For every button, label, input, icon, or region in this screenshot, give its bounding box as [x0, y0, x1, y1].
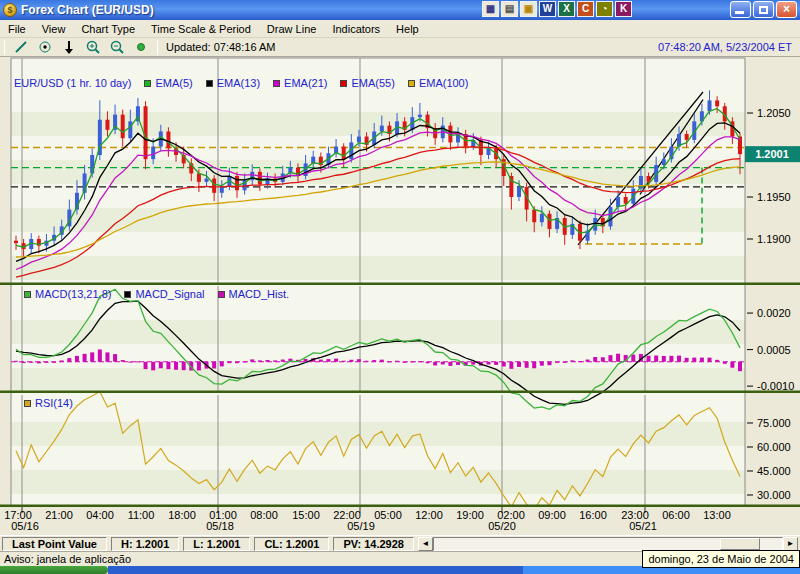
x-axis-date-label: 05/20	[488, 520, 516, 532]
legend-item: RSI(14)	[24, 397, 73, 409]
legend-label: EMA(55)	[351, 77, 394, 89]
svg-text:1.1900: 1.1900	[757, 233, 791, 245]
legend-swatch	[408, 80, 415, 87]
x-axis: 17:0021:0004:0011:0018:0001:0008:0015:00…	[0, 507, 800, 535]
new-document-icon[interactable]: ▤	[501, 1, 518, 17]
legend-swatch	[273, 80, 280, 87]
powerpoint-icon[interactable]: C	[577, 1, 594, 17]
down-arrow-icon[interactable]	[57, 39, 81, 56]
status-panel: CL: 1.2001	[254, 537, 329, 551]
legend-label: MACD_Signal	[135, 288, 204, 300]
legend-label: RSI(14)	[35, 397, 73, 409]
menu-item-help[interactable]: Help	[388, 20, 427, 38]
x-axis-time-label: 21:00	[45, 509, 73, 521]
menu-bar: FileViewChart TypeTime Scale & PeriodDra…	[0, 20, 800, 38]
minimize-icon	[735, 11, 744, 14]
legend-item: EMA(55)	[340, 77, 394, 89]
legend-label: MACD(13,21,8)	[35, 288, 111, 300]
legend-swatch	[24, 291, 31, 298]
x-axis-time-label: 13:00	[703, 509, 731, 521]
svg-text:1.2001: 1.2001	[755, 148, 789, 160]
x-axis-time-label: 08:00	[250, 509, 278, 521]
date-tooltip: domingo, 23 de Maio de 2004	[642, 550, 800, 568]
status-panel: L: 1.2001	[183, 537, 250, 551]
clock-icon[interactable]: ◔	[596, 1, 613, 17]
legend-item: EUR/USD (1 hr. 10 day)	[14, 77, 131, 89]
legend-swatch	[218, 291, 225, 298]
green-dot-icon[interactable]	[129, 39, 153, 56]
updated-timestamp: Updated: 07:48:16 AM	[166, 41, 275, 53]
svg-text:1.1950: 1.1950	[757, 191, 791, 203]
word-icon[interactable]: W	[539, 1, 556, 17]
status-bar: Last Point ValueH: 1.2001L: 1.2001CL: 1.…	[0, 535, 800, 551]
menu-item-draw-line[interactable]: Draw Line	[259, 20, 325, 38]
point-marker-icon[interactable]	[33, 39, 57, 56]
x-axis-time-label: 19:00	[456, 509, 484, 521]
window-title: Forex Chart (EUR/USD)	[21, 3, 154, 17]
toolbar-separator	[4, 40, 5, 55]
key-icon[interactable]: K	[615, 1, 632, 17]
svg-text:0.0005: 0.0005	[757, 344, 791, 356]
svg-text:60.000: 60.000	[757, 441, 791, 453]
excel-icon[interactable]: X	[558, 1, 575, 17]
legend-item: EMA(13)	[206, 77, 260, 89]
zoom-out-icon[interactable]	[105, 39, 129, 56]
menu-item-chart-type[interactable]: Chart Type	[73, 20, 143, 38]
x-axis-time-label: 06:00	[662, 509, 690, 521]
svg-text:-0.0010: -0.0010	[757, 380, 794, 392]
minimize-button[interactable]	[730, 1, 751, 18]
legend-item: EMA(100)	[408, 77, 469, 89]
x-axis-date-label: 05/16	[11, 520, 39, 532]
menu-item-view[interactable]: View	[34, 20, 74, 38]
close-button[interactable]: ×	[776, 1, 797, 18]
start-button[interactable]	[0, 566, 108, 574]
scroll-left-icon[interactable]: ◄	[418, 537, 433, 551]
legend-label: EMA(5)	[155, 77, 192, 89]
rsi-legend: RSI(14)	[24, 397, 73, 409]
scrollbar-thumb[interactable]	[720, 538, 760, 550]
menu-item-time-scale-period[interactable]: Time Scale & Period	[143, 20, 259, 38]
legend-item: EMA(21)	[273, 77, 327, 89]
office-grid-icon[interactable]: ▦	[482, 1, 499, 17]
macd-legend: MACD(13,21,8)MACD_SignalMACD_Hist.	[24, 288, 289, 300]
x-axis-time-label: 05:00	[374, 509, 402, 521]
status-panels: Last Point ValueH: 1.2001L: 1.2001CL: 1.…	[2, 537, 414, 551]
legend-item: MACD_Signal	[124, 288, 204, 300]
open-folder-icon[interactable]: ▣	[520, 1, 537, 17]
restore-button[interactable]	[753, 1, 774, 18]
legend-swatch	[124, 291, 131, 298]
x-axis-time-label: 15:00	[292, 509, 320, 521]
x-axis-time-label: 12:00	[415, 509, 443, 521]
scroll-right-icon[interactable]: ►	[783, 537, 798, 551]
x-axis-time-label: 18:00	[168, 509, 196, 521]
x-axis-date-label: 05/18	[206, 520, 234, 532]
x-axis-date-label: 05/21	[629, 520, 657, 532]
x-axis-time-label: 11:00	[128, 509, 155, 521]
x-axis-time-label: 04:00	[86, 509, 114, 521]
draw-line-icon[interactable]	[9, 39, 33, 56]
toolbar-separator	[157, 40, 158, 55]
svg-text:1.2050: 1.2050	[757, 107, 791, 119]
x-axis-date-label: 05/19	[347, 520, 375, 532]
x-axis-time-label: 09:00	[538, 509, 566, 521]
legend-swatch	[206, 80, 213, 87]
legend-swatch	[340, 80, 347, 87]
legend-item: EMA(5)	[144, 77, 192, 89]
legend-item: MACD_Hist.	[218, 288, 290, 300]
window-controls: ×	[730, 1, 797, 18]
status-panel: PV: 14.2928	[333, 537, 414, 551]
toolbar: Updated: 07:48:16 AM 07:48:20 AM, 5/23/2…	[0, 38, 800, 57]
zoom-in-icon[interactable]	[81, 39, 105, 56]
menu-item-file[interactable]: File	[0, 20, 34, 38]
svg-text:45.000: 45.000	[757, 465, 791, 477]
scrollbar-track[interactable]	[433, 537, 783, 551]
svg-text:0.0020: 0.0020	[757, 307, 791, 319]
menu-item-indicators[interactable]: Indicators	[324, 20, 388, 38]
legend-label: EMA(13)	[217, 77, 260, 89]
clock-timestamp: 07:48:20 AM, 5/23/2004 ET	[658, 41, 792, 53]
status-panel: H: 1.2001	[111, 537, 179, 551]
legend-swatch	[24, 400, 31, 407]
x-axis-time-label: 16:00	[579, 509, 607, 521]
legend-label: EMA(21)	[284, 77, 327, 89]
legend-swatch	[144, 80, 151, 87]
